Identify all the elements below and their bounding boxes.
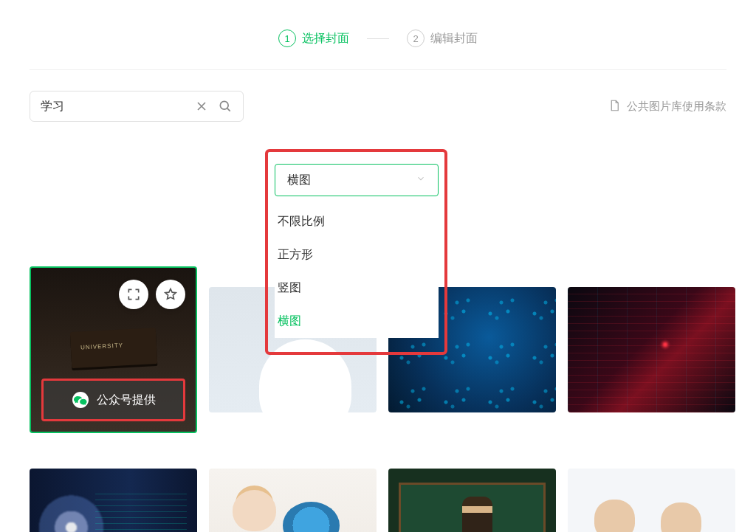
search-input[interactable] bbox=[41, 100, 194, 113]
favorite-icon[interactable] bbox=[156, 280, 185, 309]
step-1-number: 1 bbox=[278, 30, 296, 47]
step-2-number: 2 bbox=[407, 30, 425, 47]
image-thumbnail-1[interactable]: 公众号提供 bbox=[30, 266, 197, 433]
terms-link-label: 公共图片库使用条款 bbox=[627, 100, 726, 114]
image-thumbnail-6[interactable] bbox=[209, 469, 377, 532]
image-thumbnail-4[interactable] bbox=[568, 287, 735, 412]
aspect-ratio-value: 横图 bbox=[287, 173, 311, 188]
section-divider bbox=[30, 69, 726, 70]
aspect-ratio-dropdown: 不限比例 正方形 竖图 横图 bbox=[275, 205, 439, 338]
search-icon[interactable] bbox=[218, 99, 233, 114]
svg-point-0 bbox=[220, 101, 228, 109]
ratio-option-portrait[interactable]: 竖图 bbox=[275, 272, 439, 305]
aspect-ratio-select[interactable]: 横图 bbox=[275, 164, 439, 196]
image-thumbnail-8[interactable] bbox=[568, 469, 735, 532]
wechat-logo-icon bbox=[72, 391, 89, 409]
step-1-label: 选择封面 bbox=[302, 31, 349, 46]
step-divider bbox=[367, 38, 389, 39]
step-select-cover[interactable]: 1 选择封面 bbox=[278, 30, 349, 47]
search-input-container[interactable] bbox=[30, 91, 244, 122]
ratio-option-any[interactable]: 不限比例 bbox=[275, 205, 439, 238]
clear-icon[interactable] bbox=[194, 99, 209, 114]
step-2-label: 编辑封面 bbox=[430, 31, 478, 46]
image-thumbnail-7[interactable] bbox=[388, 469, 556, 532]
terms-link[interactable]: 公共图片库使用条款 bbox=[608, 99, 726, 114]
step-edit-cover[interactable]: 2 编辑封面 bbox=[407, 30, 478, 47]
provider-overlay: 公众号提供 bbox=[41, 379, 185, 421]
image-thumbnail-5[interactable] bbox=[30, 469, 197, 532]
chevron-down-icon bbox=[416, 173, 426, 187]
provider-label: 公众号提供 bbox=[97, 393, 156, 408]
ratio-option-square[interactable]: 正方形 bbox=[275, 238, 439, 272]
document-icon bbox=[608, 99, 621, 114]
ratio-option-landscape[interactable]: 横图 bbox=[275, 305, 439, 338]
expand-icon[interactable] bbox=[119, 280, 148, 309]
steps-nav: 1 选择封面 2 编辑封面 bbox=[0, 0, 756, 69]
